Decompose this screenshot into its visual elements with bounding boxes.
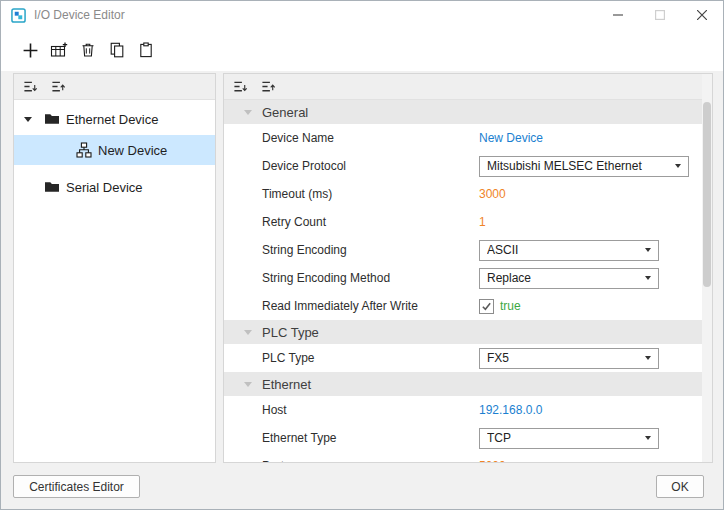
collapse-all-button[interactable] xyxy=(21,77,40,96)
close-button[interactable] xyxy=(681,1,723,29)
expand-all-icon xyxy=(261,79,276,94)
retry-count-value[interactable]: 1 xyxy=(479,215,486,229)
collapse-all-icon xyxy=(23,79,38,94)
device-tree-panel: Ethernet Device New Device xyxy=(13,73,216,463)
property-label: Host xyxy=(262,403,479,417)
row-timeout: Timeout (ms) 3000 xyxy=(224,180,702,208)
chevron-down-icon xyxy=(645,276,651,280)
row-ethernet-type: Ethernet Type TCP xyxy=(224,424,702,452)
add-icon xyxy=(22,42,39,59)
add-device-button[interactable] xyxy=(19,38,41,62)
host-value[interactable]: 192.168.0.0 xyxy=(479,403,542,417)
property-panel-header xyxy=(224,74,712,100)
row-plc-type: PLC Type FX5 xyxy=(224,344,702,372)
property-label: Port xyxy=(262,459,479,462)
tree-item-label: Serial Device xyxy=(66,180,143,195)
tree-panel-header xyxy=(14,74,215,100)
chevron-down-icon xyxy=(675,164,681,168)
chevron-down-icon xyxy=(645,248,651,252)
property-grid: General Device Name New Device Device Pr… xyxy=(224,100,702,462)
row-string-encoding-method: String Encoding Method Replace xyxy=(224,264,702,292)
chevron-down-icon xyxy=(645,356,651,360)
read-immediately-checkbox[interactable] xyxy=(479,299,494,314)
port-value[interactable]: 5000 xyxy=(479,459,506,462)
section-title: PLC Type xyxy=(262,325,319,340)
tree-item-serial-device[interactable]: Serial Device xyxy=(14,173,215,201)
timeout-value[interactable]: 3000 xyxy=(479,187,506,201)
device-name-value[interactable]: New Device xyxy=(479,131,543,145)
maximize-button[interactable] xyxy=(639,1,681,29)
add-table-icon xyxy=(50,42,68,58)
section-ethernet[interactable]: Ethernet xyxy=(224,372,702,396)
row-read-immediately-after-write: Read Immediately After Write true xyxy=(224,292,702,320)
property-label: Timeout (ms) xyxy=(262,187,479,201)
property-panel: General Device Name New Device Device Pr… xyxy=(223,73,713,463)
tree-item-label: Ethernet Device xyxy=(66,112,159,127)
tree-item-ethernet-device[interactable]: Ethernet Device xyxy=(14,105,215,133)
dropdown-value: TCP xyxy=(487,431,645,445)
row-string-encoding: String Encoding ASCII xyxy=(224,236,702,264)
dropdown-value: Mitsubishi MELSEC Ethernet xyxy=(487,159,675,173)
maximize-icon xyxy=(655,10,665,20)
section-title: Ethernet xyxy=(262,377,311,392)
delete-icon xyxy=(80,42,96,58)
row-device-name: Device Name New Device xyxy=(224,124,702,152)
tree-item-label: New Device xyxy=(98,143,167,158)
checkmark-icon xyxy=(481,301,492,312)
vertical-scrollbar[interactable] xyxy=(702,74,712,462)
expand-all-button[interactable] xyxy=(259,77,278,96)
section-general[interactable]: General xyxy=(224,100,702,124)
paste-button[interactable] xyxy=(135,38,157,62)
section-collapse-icon xyxy=(244,330,252,335)
ethernet-type-dropdown[interactable]: TCP xyxy=(479,428,659,449)
delete-button[interactable] xyxy=(77,38,99,62)
dropdown-value: ASCII xyxy=(487,243,645,257)
collapse-all-button[interactable] xyxy=(231,77,250,96)
close-icon xyxy=(697,10,707,20)
window-controls xyxy=(597,1,723,29)
property-label: String Encoding xyxy=(262,243,479,257)
expand-all-button[interactable] xyxy=(49,77,68,96)
network-device-icon xyxy=(76,142,92,158)
paste-icon xyxy=(138,42,154,58)
tree-item-new-device[interactable]: New Device xyxy=(14,135,215,165)
section-title: General xyxy=(262,105,308,120)
toolbar xyxy=(1,29,723,71)
row-retry-count: Retry Count 1 xyxy=(224,208,702,236)
certificates-editor-button[interactable]: Certificates Editor xyxy=(13,475,140,498)
expander-icon[interactable] xyxy=(24,117,38,122)
string-encoding-dropdown[interactable]: ASCII xyxy=(479,240,659,261)
scrollbar-thumb[interactable] xyxy=(703,102,711,287)
row-device-protocol: Device Protocol Mitsubishi MELSEC Ethern… xyxy=(224,152,702,180)
folder-icon xyxy=(44,179,60,195)
checkbox-value-label: true xyxy=(500,299,521,313)
chevron-down-icon xyxy=(645,436,651,440)
device-tree: Ethernet Device New Device xyxy=(14,100,215,201)
device-protocol-dropdown[interactable]: Mitsubishi MELSEC Ethernet xyxy=(479,156,689,177)
collapse-all-icon xyxy=(233,79,248,94)
dropdown-value: Replace xyxy=(487,271,645,285)
property-label: Read Immediately After Write xyxy=(262,299,479,313)
section-plc-type[interactable]: PLC Type xyxy=(224,320,702,344)
titlebar: I/O Device Editor xyxy=(1,1,723,29)
property-label: Retry Count xyxy=(262,215,479,229)
row-host: Host 192.168.0.0 xyxy=(224,396,702,424)
folder-icon xyxy=(44,111,60,127)
plc-type-dropdown[interactable]: FX5 xyxy=(479,348,659,369)
dropdown-value: FX5 xyxy=(487,351,645,365)
ok-button[interactable]: OK xyxy=(656,475,704,498)
property-label: Device Name xyxy=(262,131,479,145)
property-label: Device Protocol xyxy=(262,159,479,173)
add-table-button[interactable] xyxy=(48,38,70,62)
section-collapse-icon xyxy=(244,382,252,387)
row-port: Port 5000 xyxy=(224,452,702,462)
window-title: I/O Device Editor xyxy=(34,8,125,22)
minimize-icon xyxy=(613,10,623,20)
minimize-button[interactable] xyxy=(597,1,639,29)
expand-all-icon xyxy=(51,79,66,94)
property-label: Ethernet Type xyxy=(262,431,479,445)
string-encoding-method-dropdown[interactable]: Replace xyxy=(479,268,659,289)
property-label: String Encoding Method xyxy=(262,271,479,285)
copy-button[interactable] xyxy=(106,38,128,62)
property-label: PLC Type xyxy=(262,351,479,365)
